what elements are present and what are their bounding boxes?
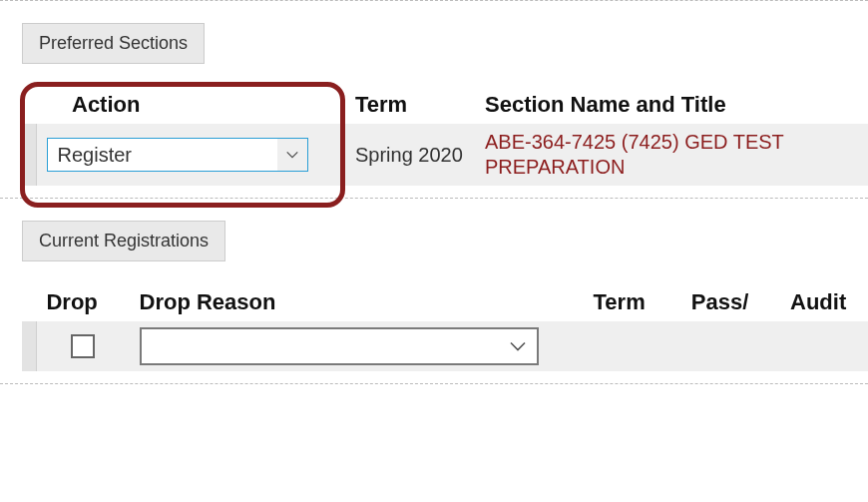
divider (0, 198, 868, 199)
header-term: Term (345, 86, 475, 124)
drop-reason-cell (130, 321, 584, 371)
action-select-value: Register (58, 144, 132, 167)
term-cell (584, 321, 681, 371)
header-action: Action (36, 86, 345, 124)
audit-cell (780, 321, 868, 371)
drop-cell (36, 321, 129, 371)
action-select[interactable]: Register (47, 138, 308, 172)
pass-cell (681, 321, 780, 371)
row-stub (22, 124, 36, 186)
header-audit: Audit (780, 283, 868, 321)
header-drop: Drop (36, 283, 129, 321)
header-stub (22, 86, 36, 124)
divider (0, 0, 868, 1)
preferred-sections-table-wrap: Action Term Section Name and Title Regis… (22, 86, 868, 186)
current-header-row: Drop Drop Reason Term Pass/ Audit (22, 283, 868, 321)
preferred-sections-table: Action Term Section Name and Title Regis… (22, 86, 868, 186)
chevron-down-icon (277, 139, 307, 171)
row-stub (22, 321, 36, 371)
header-section: Section Name and Title (475, 86, 868, 124)
divider (0, 383, 868, 384)
current-row (22, 321, 868, 371)
preferred-header-row: Action Term Section Name and Title (22, 86, 868, 124)
current-registrations-table-wrap: Drop Drop Reason Term Pass/ Audit (22, 283, 868, 371)
term-cell: Spring 2020 (345, 124, 475, 186)
section-cell: ABE-364-7425 (7425) GED TEST PREPARATION (475, 124, 868, 186)
header-stub (22, 283, 36, 321)
preferred-row: Register Spring 2020 ABE-364-7425 (7425)… (22, 124, 868, 186)
action-cell: Register (36, 124, 345, 186)
preferred-sections-button[interactable]: Preferred Sections (22, 23, 205, 64)
drop-checkbox[interactable] (71, 334, 95, 358)
section-link[interactable]: ABE-364-7425 (7425) GED TEST PREPARATION (485, 131, 783, 178)
current-registrations-button[interactable]: Current Registrations (22, 221, 225, 261)
header-drop-reason: Drop Reason (130, 283, 584, 321)
preferred-sections-label: Preferred Sections (39, 33, 188, 53)
current-registrations-label: Current Registrations (39, 231, 209, 251)
drop-reason-select[interactable] (140, 327, 539, 365)
header-term: Term (584, 283, 681, 321)
chevron-down-icon (509, 335, 527, 358)
current-registrations-table: Drop Drop Reason Term Pass/ Audit (22, 283, 868, 371)
header-pass: Pass/ (681, 283, 780, 321)
